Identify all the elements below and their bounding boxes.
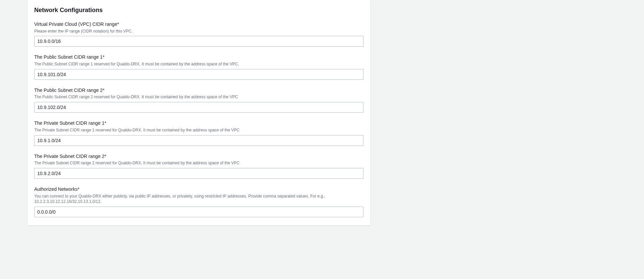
public-subnet-1-desc: The Public Subnet CIDR range 1 reserved …	[34, 61, 363, 67]
authorized-networks-input[interactable]	[34, 207, 363, 217]
network-configurations-panel: Network Configurations Virtual Private C…	[28, 0, 370, 225]
private-subnet-1-input[interactable]	[34, 135, 363, 146]
public-subnet-2-field: The Public Subnet CIDR range 2* The Publ…	[34, 87, 363, 113]
authorized-networks-label: Authorized Networks*	[34, 186, 363, 193]
authorized-networks-desc: You can connect to your Qualdo-DRX eithe…	[34, 193, 363, 205]
private-subnet-2-input[interactable]	[34, 168, 363, 179]
public-subnet-2-input[interactable]	[34, 102, 363, 113]
private-subnet-1-label: The Private Subnet CIDR range 1*	[34, 120, 363, 127]
authorized-networks-field: Authorized Networks* You can connect to …	[34, 186, 363, 217]
public-subnet-1-input[interactable]	[34, 69, 363, 80]
private-subnet-2-field: The Private Subnet CIDR range 2* The Pri…	[34, 153, 363, 179]
vpc-cidr-desc: Please enter the IP range (CIDR notation…	[34, 29, 363, 34]
vpc-cidr-input[interactable]	[34, 36, 363, 47]
private-subnet-1-desc: The Private Subnet CIDR range 1 reserved…	[34, 127, 363, 133]
private-subnet-2-desc: The Private Subnet CIDR range 2 reserved…	[34, 160, 363, 166]
public-subnet-2-desc: The Public Subnet CIDR range 2 reserved …	[34, 94, 363, 100]
public-subnet-2-label: The Public Subnet CIDR range 2*	[34, 87, 363, 94]
private-subnet-2-label: The Private Subnet CIDR range 2*	[34, 153, 363, 160]
vpc-cidr-label: Virtual Private Cloud (VPC) CIDR range*	[34, 21, 363, 28]
public-subnet-1-label: The Public Subnet CIDR range 1*	[34, 54, 363, 61]
vpc-cidr-field: Virtual Private Cloud (VPC) CIDR range* …	[34, 21, 363, 47]
section-title: Network Configurations	[34, 7, 363, 14]
public-subnet-1-field: The Public Subnet CIDR range 1* The Publ…	[34, 54, 363, 79]
private-subnet-1-field: The Private Subnet CIDR range 1* The Pri…	[34, 120, 363, 146]
